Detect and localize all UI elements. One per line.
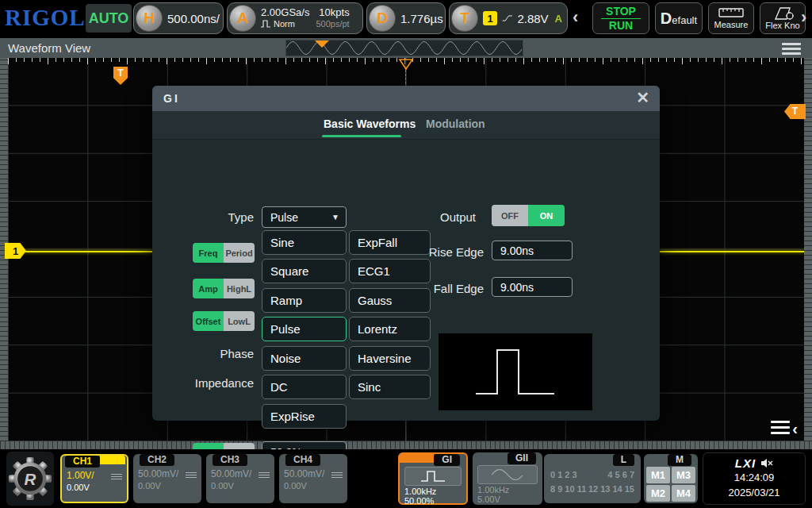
gi-waveform-icon-box [404,467,462,486]
default-label: Default [661,10,697,28]
ch4-menu-icon [331,471,343,478]
option-noise[interactable]: Noise [262,346,347,371]
math-box[interactable]: M M1 M3 M2 M4 [644,454,698,503]
gii-frequency: 1.00kHz [477,485,538,495]
type-dropdown[interactable]: Pulse ▼ [262,206,347,228]
option-square[interactable]: Square [262,259,347,283]
period-side[interactable]: Period [224,243,255,263]
delay-knob[interactable]: D [369,5,396,32]
trigger-position-marker[interactable] [398,59,414,70]
math-m2-button[interactable]: M2 [646,485,670,502]
timebase-value: 500.00ns/ [167,12,220,25]
freq-period-toggle[interactable]: Freq Period [193,243,255,263]
lxi-label: LXI [735,456,756,470]
option-ecg1[interactable]: ECG1 [349,259,431,283]
fall-edge-field[interactable]: 9.00ns [492,277,573,297]
channel-ch4-box[interactable]: CH4 50.00mV/ 0.00V [279,454,347,503]
option-sine[interactable]: Sine [262,230,347,255]
option-haversine[interactable]: Haversine [349,346,431,371]
dialog-body: Type Pulse ▼ Output OFF ON Sine Square R… [152,140,660,420]
ch1-trace-right [660,251,804,252]
stop-run-button[interactable]: STOP RUN [592,2,649,34]
math-m1-button[interactable]: M1 [646,467,670,483]
measure-button[interactable]: Measure [708,2,754,34]
waveform-view-title: Waveform View [8,41,90,55]
offset-lowl-toggle[interactable]: Offset LowL [193,311,255,331]
gii-waveform-icon-box [477,465,538,484]
type-value: Pulse [270,211,298,224]
trigger-sweep-mode: A [555,13,562,25]
ch2-scale: 50.00mV/ [138,468,178,479]
toolbar-prev-arrow[interactable]: ‹ [573,8,578,27]
horizontal-timebase-group[interactable]: H 500.00ns/ [133,2,224,34]
menu-icon[interactable] [782,43,801,57]
offset-side[interactable]: Offset [193,311,224,331]
system-time: 14:24:09 [703,470,805,485]
dialog-title: GI [163,92,180,105]
output-toggle[interactable]: OFF ON [492,205,565,226]
gii-sine-icon [492,468,523,481]
nav-position-marker[interactable] [315,40,329,48]
system-date: 2025/03/21 [703,485,805,500]
chevron-down-icon: ▼ [331,213,339,221]
freq-side[interactable]: Freq [193,243,224,263]
stop-label: STOP [606,6,636,17]
amp-highl-toggle[interactable]: Amp HighL [193,279,255,298]
delay-value: 1.776µs [400,12,443,25]
ch1-trace-left [24,251,152,252]
delay-group[interactable]: D 1.776µs [366,2,446,34]
default-button[interactable]: Default [655,2,703,34]
highl-side[interactable]: HighL [224,279,255,298]
waveform-navigation-strip[interactable] [285,40,523,56]
ch1-offset: 0.00V [62,481,127,492]
ch1-active-notch [100,456,125,464]
pulse-preview-icon [439,333,592,410]
waveform-view-header: Waveform View [0,38,812,58]
math-m4-button[interactable]: M4 [672,485,695,502]
option-lorentz[interactable]: Lorentz [349,317,431,341]
lxi-status-box[interactable]: LXI 14:24:09 2025/03/21 [703,452,806,505]
option-ramp[interactable]: Ramp [262,288,347,313]
trigger-group[interactable]: T 1 2.88V A [449,2,568,34]
toolbar-next-arrow[interactable]: › [801,8,806,27]
output-label: Output [406,210,476,224]
option-dc[interactable]: DC [262,375,347,399]
option-exprise[interactable]: ExpRise [262,404,347,429]
amp-side[interactable]: Amp [193,279,224,298]
logic-analyzer-box[interactable]: L 0 1 2 34 5 6 7 8 9 10 1112 13 14 15 [544,454,641,503]
ch3-menu-icon [259,471,270,478]
acquisition-group[interactable]: A 2.00GSa/s Norm 10kpts 500ps/pt [227,2,363,34]
rising-edge-icon [502,12,512,25]
tab-basic-waveforms[interactable]: Basic Waveforms [324,117,416,130]
svg-text:R: R [25,470,36,488]
active-tab-underline [322,135,401,137]
generator-gi-box[interactable]: GI 1.00kHz50.00% [398,452,468,505]
close-icon[interactable]: ✕ [636,88,652,107]
rise-edge-field[interactable]: 9.00ns [492,241,573,260]
tab-modulation[interactable]: Modulation [426,117,485,130]
trigger-knob[interactable]: T [451,5,478,32]
output-on[interactable]: ON [528,205,565,226]
rigol-gear-logo[interactable]: R [6,452,54,506]
logic-ch-4-7: 4 5 6 7 [607,470,634,479]
logic-ch-0-3: 0 1 2 3 [550,470,577,479]
lowl-side[interactable]: LowL [224,311,255,331]
trigger-level: 2.88V [517,12,548,25]
horizontal-knob[interactable]: H [136,5,163,32]
collapse-menu-icon[interactable]: ‹ [771,420,798,438]
rise-edge-label: Rise Edge [414,245,484,259]
channel-ch1-box[interactable]: CH1 1.00V/ 0.00V [60,454,128,503]
channel-ch3-box[interactable]: CH3 50.00mV/ 0.00V [206,454,274,503]
math-m3-button[interactable]: M3 [672,467,695,483]
option-sinc[interactable]: Sinc [349,375,431,399]
generator-gii-box[interactable]: GII 1.00kHz5.00V [473,452,542,505]
ch2-offset: 0.00V [133,479,201,491]
acquire-knob[interactable]: A [229,5,256,32]
gi-frequency: 1.00kHz [404,487,462,496]
flex-knob-button[interactable]: Flex Kno [760,2,806,34]
option-pulse[interactable]: Pulse [262,317,347,341]
channel-ch2-box[interactable]: CH2 50.00mV/ 0.00V [133,454,201,503]
dialog-titlebar[interactable]: GI ✕ [152,86,660,111]
auto-button[interactable]: AUTO [86,4,132,33]
output-off[interactable]: OFF [492,205,528,226]
